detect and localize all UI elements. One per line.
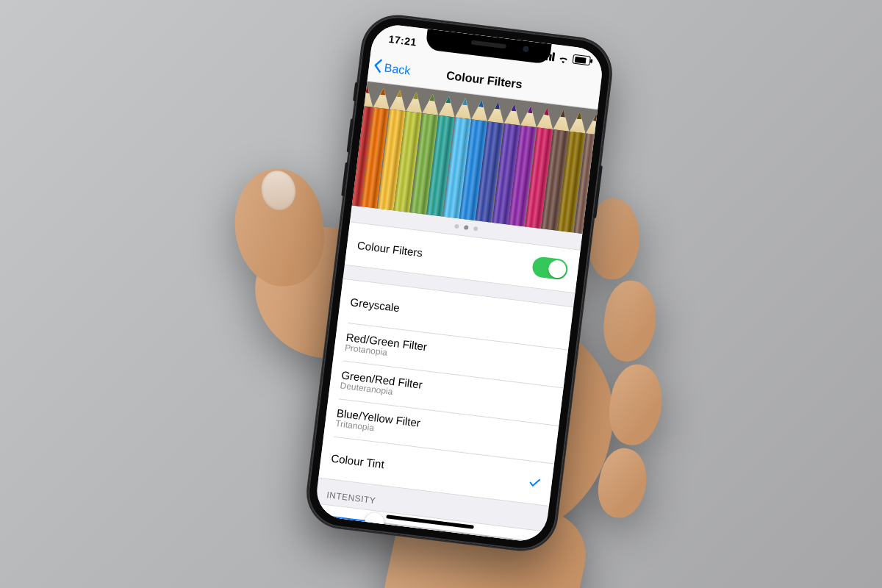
- power-button: [593, 165, 603, 218]
- colour-filters-toggle-label: Colour Filters: [356, 238, 423, 259]
- phone-device: 17:21: [304, 12, 615, 553]
- filter-option-label: Colour Tint: [331, 451, 385, 470]
- intensity-slider-thumb[interactable]: [364, 512, 385, 533]
- battery-icon: [573, 54, 591, 66]
- status-time: 17:21: [388, 33, 417, 49]
- volume-up-button: [347, 118, 354, 152]
- colour-filters-toggle[interactable]: [531, 256, 569, 281]
- filter-option-label: Greyscale: [350, 295, 401, 314]
- checkmark-icon: [528, 476, 542, 490]
- wifi-icon: [558, 53, 570, 63]
- back-button[interactable]: Back: [372, 52, 412, 86]
- filter-list: GreyscaleRed/Green FilterProtanopiaGreen…: [318, 279, 573, 506]
- chevron-left-icon: [373, 58, 384, 76]
- back-label: Back: [384, 61, 412, 77]
- volume-down-button: [341, 162, 348, 196]
- silence-switch: [353, 82, 358, 101]
- page-title: Colour Filters: [445, 69, 523, 92]
